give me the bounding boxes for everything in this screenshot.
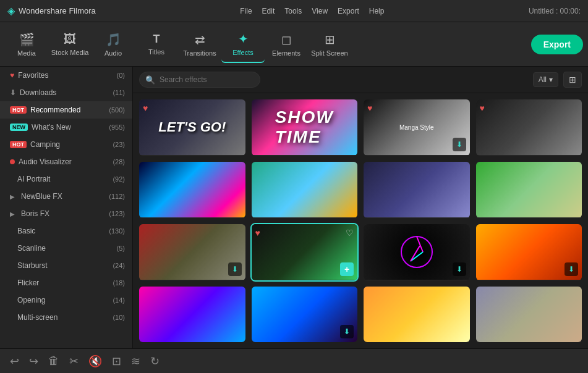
toolbar-titles[interactable]: T Titles xyxy=(135,26,178,63)
sidebar-item-borisfx[interactable]: ▶ Boris FX (123) xyxy=(0,205,132,222)
sidebar: ♥ Favorites (0) ⬇ Downloads (11) HOT Rec… xyxy=(0,67,133,348)
toolbar-titles-label: Titles xyxy=(148,48,164,56)
sidebar-item-recommended[interactable]: HOT Recommended (500) xyxy=(0,101,132,119)
redo-icon[interactable]: ↪ xyxy=(29,354,38,368)
audio-off-icon[interactable]: 🔇 xyxy=(88,354,102,368)
card-download-button[interactable]: ⬇ xyxy=(453,262,466,276)
menu-help[interactable]: Help xyxy=(369,7,385,15)
card-hover-heart-icon[interactable]: ♡ xyxy=(346,228,354,238)
effect-card-e15[interactable] xyxy=(364,287,470,342)
search-filter-dropdown[interactable]: All ▾ xyxy=(533,72,558,87)
search-input[interactable] xyxy=(139,72,260,88)
effect-card-e8[interactable]: Blur xyxy=(476,162,582,218)
menu-bar: File Edit Tools View Export Help xyxy=(240,7,384,15)
sidebar-item-scanline[interactable]: Scanline (5) xyxy=(0,240,132,257)
menu-view[interactable]: View xyxy=(312,7,328,15)
sidebar-item-aiportrait[interactable]: AI Portrait (92) xyxy=(0,170,132,188)
effect-card-e4[interactable]: ♥Japanese Speedline Pac... xyxy=(476,99,582,156)
effect-name-e5: RGB Stroke xyxy=(139,217,245,218)
card-download-button[interactable]: ⬇ xyxy=(453,138,466,151)
sidebar-aiportrait-count: (92) xyxy=(113,175,125,183)
effect-card-e11[interactable]: ⬇Iridescent Circle 3 xyxy=(364,224,470,280)
effect-thumb-e11: ⬇ xyxy=(364,224,470,280)
undo-icon[interactable]: ↩ xyxy=(10,354,19,368)
sidebar-item-whatsnew[interactable]: NEW What's New (955) xyxy=(0,119,132,136)
sidebar-item-downloads[interactable]: ⬇ Downloads (11) xyxy=(0,84,132,101)
effect-name-e12: Extreme xyxy=(476,280,582,280)
sidebar-flicker-count: (18) xyxy=(113,279,125,287)
sidebar-scanline-label: Scanline xyxy=(17,244,46,253)
sidebar-item-multiscreen[interactable]: Multi-screen (10) xyxy=(0,309,132,326)
grid-view-button[interactable]: ⊞ xyxy=(563,72,582,88)
toolbar: 🎬 Media 🖼 Stock Media 🎵 Audio T Titles ⇄… xyxy=(0,22,588,67)
effect-thumb-e8 xyxy=(476,162,582,217)
cut-icon[interactable]: ✂ xyxy=(69,354,79,368)
filter-label: All xyxy=(539,75,547,84)
app-logo-icon: ◈ xyxy=(7,5,15,17)
effect-card-e3[interactable]: Manga Style♥⬇Manga Pack Vol 2 Overl... xyxy=(364,99,470,156)
card-add-button[interactable]: + xyxy=(340,262,354,276)
card-download-button[interactable]: ⬇ xyxy=(340,325,354,338)
effect-name-e6: Chromatic Aberration xyxy=(252,217,358,218)
sidebar-item-newbluefx[interactable]: ▶ NewBlue FX (112) xyxy=(0,188,132,205)
toolbar-split-screen[interactable]: ⊞ Split Screen xyxy=(308,26,351,63)
menu-tools[interactable]: Tools xyxy=(284,7,302,15)
effect-thumb-e4: ♥ xyxy=(476,99,582,155)
toolbar-audio[interactable]: 🎵 Audio xyxy=(92,26,135,63)
effect-card-e12[interactable]: ⬇Extreme xyxy=(476,224,582,280)
card-download-button[interactable]: ⬇ xyxy=(565,262,578,276)
menu-file[interactable]: File xyxy=(240,7,252,15)
bottom-bar: ↩ ↪ 🗑 ✂ 🔇 ⊡ ≋ ↻ xyxy=(0,348,588,373)
sidebar-multiscreen-count: (10) xyxy=(113,314,125,321)
card-heart-badge: ♥ xyxy=(255,228,260,238)
sidebar-item-camping[interactable]: HOT Camping (23) xyxy=(0,136,132,153)
toolbar-stock-media[interactable]: 🖼 Stock Media xyxy=(48,26,92,63)
effect-thumb-e6 xyxy=(252,162,358,217)
toolbar-transitions-label: Transitions xyxy=(183,49,216,57)
effect-card-e1[interactable]: LET'S GO!♥3D Sport Car Pack Overl... xyxy=(139,99,245,156)
delete-icon[interactable]: 🗑 xyxy=(48,354,59,367)
toolbar-elements[interactable]: ◻ Elements xyxy=(265,26,308,63)
sidebar-item-opening[interactable]: Opening (14) xyxy=(0,291,132,309)
favorites-heart-icon: ♥ xyxy=(10,71,14,80)
sidebar-whatsnew-label: What's New xyxy=(32,123,71,132)
title-bar: ◈ Wondershare Filmora File Edit Tools Vi… xyxy=(0,0,588,22)
effect-thumb-e15 xyxy=(364,287,470,342)
menu-edit[interactable]: Edit xyxy=(262,7,275,15)
effect-card-e7[interactable]: Mosaic xyxy=(364,162,470,218)
search-wrapper: 🔍 xyxy=(139,72,528,88)
effect-card-e2[interactable]: SHOWTIME3D Sport Car Pack Overl... xyxy=(252,99,358,156)
sidebar-item-flicker[interactable]: Flicker (18) xyxy=(0,274,132,291)
sidebar-starburst-count: (24) xyxy=(113,262,125,269)
effect-thumb-e3: Manga Style♥⬇ xyxy=(364,99,470,155)
sidebar-item-audiovisualizer[interactable]: Audio Visualizer (28) xyxy=(0,153,132,170)
effect-card-e9[interactable]: ⬇Edge Scale xyxy=(139,224,245,280)
effect-card-e13[interactable] xyxy=(139,287,245,342)
toolbar-media[interactable]: 🎬 Media xyxy=(5,26,48,63)
sidebar-downloads-count: (11) xyxy=(113,89,125,96)
waves-icon[interactable]: ≋ xyxy=(131,354,140,368)
effect-card-e16[interactable] xyxy=(476,287,582,342)
toolbar-transitions[interactable]: ⇄ Transitions xyxy=(178,26,221,63)
sidebar-recommended-label: Recommended xyxy=(30,106,80,114)
sidebar-multiscreen-label: Multi-screen xyxy=(17,313,58,322)
menu-export[interactable]: Export xyxy=(338,7,359,15)
toolbar-effects-label: Effects xyxy=(232,49,253,56)
adjust-icon[interactable]: ⊡ xyxy=(112,354,121,368)
effect-card-e6[interactable]: Chromatic Aberration xyxy=(252,162,358,218)
effect-card-e5[interactable]: RGB Stroke xyxy=(139,162,245,218)
rotate-icon[interactable]: ↻ xyxy=(150,354,160,368)
card-download-button[interactable]: ⬇ xyxy=(228,262,242,276)
effect-name-e10: Glow xyxy=(252,280,358,280)
split-screen-icon: ⊞ xyxy=(325,32,335,47)
sidebar-item-starburst[interactable]: Starburst (24) xyxy=(0,257,132,274)
toolbar-effects[interactable]: ✦ Effects xyxy=(221,26,265,63)
effect-card-e10[interactable]: ♥♡+Glow xyxy=(252,224,358,280)
export-button[interactable]: Export xyxy=(531,35,583,54)
effect-card-e14[interactable]: ⬇ xyxy=(252,287,358,342)
effect-thumb-e7 xyxy=(364,162,470,217)
sidebar-starburst-label: Starburst xyxy=(17,261,48,270)
sidebar-item-favorites[interactable]: ♥ Favorites (0) xyxy=(0,67,132,84)
sidebar-item-basic[interactable]: Basic (130) xyxy=(0,222,132,240)
card-heart-badge: ♥ xyxy=(143,103,148,113)
